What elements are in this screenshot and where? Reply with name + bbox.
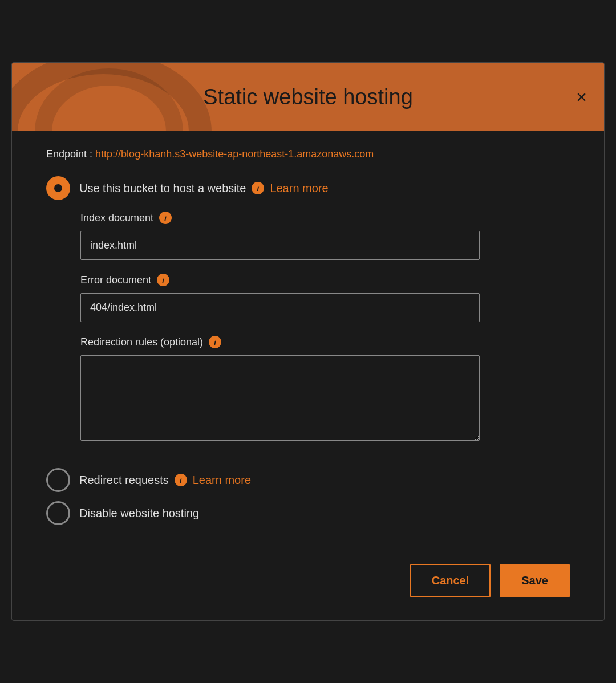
- error-document-info-icon[interactable]: i: [157, 274, 169, 286]
- host-website-label: Use this bucket to host a website i Lear…: [79, 182, 329, 195]
- host-website-info-icon[interactable]: i: [252, 182, 264, 194]
- modal-header: Static website hosting ×: [12, 63, 604, 131]
- cancel-button[interactable]: Cancel: [410, 564, 491, 597]
- redirection-rules-input[interactable]: [80, 355, 480, 441]
- save-button[interactable]: Save: [500, 564, 570, 597]
- host-website-radio[interactable]: [46, 176, 70, 200]
- error-document-label: Error document i: [80, 274, 570, 286]
- host-website-form: Index document i Error document i Redire…: [80, 212, 570, 457]
- modal-body: Endpoint : http://blog-khanh.s3-website-…: [12, 131, 604, 552]
- static-website-hosting-modal: Static website hosting × Endpoint : http…: [11, 62, 605, 621]
- endpoint-label: Endpoint :: [46, 148, 92, 160]
- redirection-rules-label: Redirection rules (optional) i: [80, 336, 570, 348]
- endpoint-link[interactable]: http://blog-khanh.s3-website-ap-northeas…: [95, 148, 374, 160]
- redirect-requests-learn-more[interactable]: Learn more: [193, 474, 251, 487]
- redirect-requests-radio[interactable]: [46, 468, 70, 492]
- modal-title: Static website hosting: [203, 85, 413, 109]
- index-document-label: Index document i: [80, 212, 570, 224]
- host-website-option: Use this bucket to host a website i Lear…: [46, 176, 570, 457]
- redirection-rules-info-icon[interactable]: i: [209, 336, 221, 348]
- close-button[interactable]: ×: [576, 88, 587, 106]
- modal-footer: Cancel Save: [12, 552, 604, 620]
- redirect-requests-label: Redirect requests i Learn more: [79, 474, 251, 487]
- endpoint-row: Endpoint : http://blog-khanh.s3-website-…: [46, 148, 570, 160]
- host-website-radio-row: Use this bucket to host a website i Lear…: [46, 176, 570, 200]
- error-document-input[interactable]: [80, 293, 480, 322]
- redirect-requests-info-icon[interactable]: i: [175, 474, 187, 486]
- disable-hosting-radio[interactable]: [46, 501, 70, 525]
- index-document-info-icon[interactable]: i: [159, 212, 172, 224]
- host-website-learn-more[interactable]: Learn more: [270, 182, 328, 195]
- index-document-input[interactable]: [80, 231, 480, 260]
- disable-hosting-label: Disable website hosting: [79, 507, 199, 520]
- redirect-requests-option: Redirect requests i Learn more: [46, 468, 570, 492]
- disable-hosting-option: Disable website hosting: [46, 501, 570, 525]
